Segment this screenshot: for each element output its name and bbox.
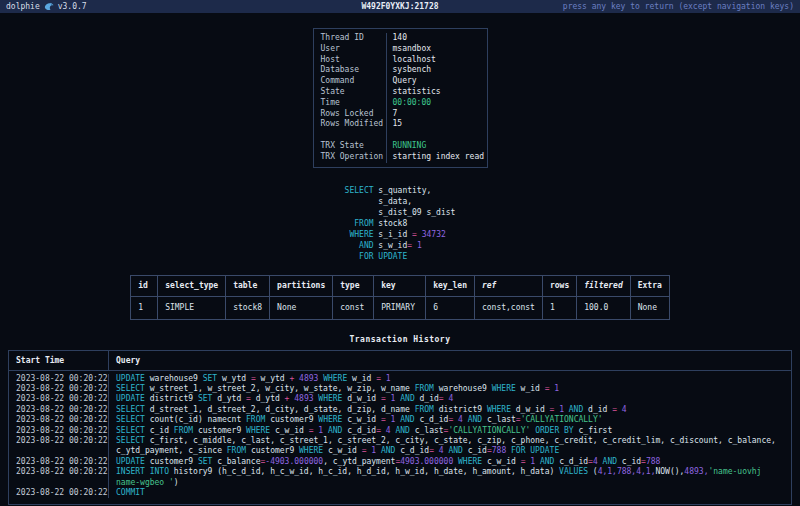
sql-token-num: -4903.000000 — [265, 457, 323, 466]
transaction-row: 2023-08-22 00:20:22UPDATE customer9 SET … — [9, 457, 791, 467]
transaction-query: UPDATE district9 SET d_ytd = d_ytd + 489… — [109, 394, 791, 404]
sql-token-kw: AND — [540, 457, 559, 466]
sql-token-str: 'CALLYATIONCALLY' — [448, 426, 535, 435]
thread-field-value: Query — [386, 76, 487, 87]
sql-token-kw: AND — [395, 426, 414, 435]
query-line: FROM stock8 — [345, 218, 456, 229]
sql-token-num: 1 — [559, 405, 569, 414]
sql-token-id: d_ytd — [217, 394, 246, 403]
thread-detail-panel: Thread ID140UsermsandboxHostlocalhostDat… — [313, 28, 488, 168]
sql-token-id: d_w_id — [347, 394, 381, 403]
sql-token-num: 1 — [530, 457, 540, 466]
transaction-row: 2023-08-22 00:20:22COMMIT — [9, 488, 791, 498]
sql-token-kw: WHERE — [323, 374, 352, 383]
transaction-query: UPDATE warehouse9 SET w_ytd = w_ytd + 48… — [109, 374, 791, 384]
explain-col-select_type: select_type — [158, 275, 226, 296]
thread-field-value: sysbench — [386, 65, 487, 76]
sql-token-id: customer9 — [270, 415, 318, 424]
sql-token-kw: UPDATE — [116, 374, 150, 383]
sql-token-op: = — [376, 426, 386, 435]
sql-token-num: 4 — [458, 415, 468, 424]
transaction-history-body: 2023-08-22 00:20:22UPDATE warehouse9 SET… — [9, 371, 791, 505]
thread-field-label: Rows Locked — [314, 109, 386, 120]
transaction-start-time: 2023-08-22 00:20:22 — [9, 415, 109, 425]
explain-cell: 6 — [426, 296, 475, 319]
transaction-query: SELECT d_street_1, d_street_2, d_city, d… — [109, 405, 791, 415]
explain-cell: stock8 — [226, 296, 270, 319]
sql-token-id: s_i_id — [374, 230, 413, 239]
sql-token-num: 4903.000000 — [400, 457, 458, 466]
explain-col-filtered: filtered — [577, 275, 631, 296]
sql-token-id: d_id — [588, 405, 612, 414]
column-header-query: Query — [109, 351, 791, 370]
sql-token-kw: SELECT — [116, 415, 150, 424]
sql-token-op: = — [612, 405, 622, 414]
sql-token-num: 4 — [439, 446, 449, 455]
sql-token-kw: SELECT — [116, 405, 150, 414]
transaction-row: 2023-08-22 00:20:22SELECT d_street_1, d_… — [9, 405, 791, 415]
sql-token-kw: AND — [400, 394, 419, 403]
explain-header-row: idselect_typetablepartitionstypekeykey_l… — [131, 275, 670, 296]
transaction-query: UPDATE customer9 SET c_balance=-4903.000… — [109, 457, 791, 467]
app-version: v3.0.7 — [58, 2, 87, 11]
sql-token-kw: FROM — [415, 405, 439, 414]
sql-token-num: 4893 — [299, 374, 323, 383]
explain-col-rows: rows — [542, 275, 576, 296]
sql-token-id: warehouse9 — [150, 374, 203, 383]
sql-token-kw: SET — [198, 457, 217, 466]
transaction-start-time: 2023-08-22 00:20:22 — [9, 384, 109, 394]
main-content: Thread ID140UsermsandboxHostlocalhostDat… — [0, 13, 800, 505]
transaction-start-time: 2023-08-22 00:20:22 — [9, 374, 109, 384]
sql-token-id: c_d_id — [400, 446, 429, 455]
sql-token-kw: WHERE — [349, 230, 373, 239]
thread-field-label: Thread ID — [314, 33, 386, 44]
sql-token-id: c_d_id — [419, 415, 448, 424]
query-line: s_dist_09 s_dist — [345, 207, 456, 218]
query-line: WHERE s_i_id = 34732 — [345, 229, 456, 240]
explain-col-key: key — [374, 275, 426, 296]
transaction-query: SELECT c_id FROM customer9 WHERE c_w_id … — [109, 426, 791, 436]
sql-token-op: = — [362, 446, 372, 455]
transaction-row: 2023-08-22 00:20:22SELECT c_first, c_mid… — [9, 436, 791, 457]
sql-token-id: w_ytd — [261, 374, 290, 383]
transaction-row: 2023-08-22 00:20:22UPDATE warehouse9 SET… — [9, 374, 791, 384]
current-query-block: SELECT s_quantity, s_data, s_dist_09 s_d… — [345, 185, 456, 262]
sql-token-kw: AND — [569, 405, 588, 414]
transaction-start-time: 2023-08-22 00:20:22 — [9, 467, 109, 488]
sql-token-kw: UPDATE — [116, 457, 150, 466]
explain-cell: SIMPLE — [158, 296, 226, 319]
transaction-start-time: 2023-08-22 00:20:22 — [9, 488, 109, 498]
sql-token-kw: AND — [328, 426, 347, 435]
sql-token-kw: FROM — [174, 426, 198, 435]
sql-token-kw: WHERE — [246, 426, 275, 435]
sql-token-kw: WHERE — [492, 384, 521, 393]
thread-field-value: statistics — [386, 87, 487, 98]
transaction-start-time: 2023-08-22 00:20:22 — [9, 436, 109, 457]
sql-token-kw: AND — [400, 415, 419, 424]
thread-field-value: 15 — [386, 119, 487, 130]
query-line: AND s_w_id= 1 — [345, 240, 456, 251]
query-line: FOR UPDATE — [345, 251, 456, 262]
sql-token-id — [345, 241, 359, 250]
sql-token-id: , c_ytd_payment — [323, 457, 395, 466]
thread-field-label: Time — [314, 98, 386, 109]
sql-token-id: c_balance — [217, 457, 260, 466]
sql-token-id: customer9 — [198, 426, 246, 435]
sql-token-num: 1 — [386, 374, 391, 383]
thread-field-value — [386, 130, 487, 141]
sql-token-id: c_d_id — [347, 426, 376, 435]
sql-token-num: 788 — [646, 457, 660, 466]
sql-token-id: c_id — [468, 446, 487, 455]
thread-field-value: 00:00:00 — [386, 98, 487, 109]
sql-token-kw: UPDATE — [116, 394, 150, 403]
sql-token-num: 1 — [318, 426, 328, 435]
transaction-row: 2023-08-22 00:20:22SELECT count(c_id) na… — [9, 415, 791, 425]
sql-token-num: 4 — [593, 457, 603, 466]
sql-token-kw: INSERT INTO — [116, 467, 174, 476]
explain-col-table: table — [226, 275, 270, 296]
sql-token-kw: SET — [198, 394, 217, 403]
sql-token-id: w_id — [352, 374, 376, 383]
app-name: dolphie — [6, 2, 40, 11]
thread-field-label: Command — [314, 76, 386, 87]
sql-token-kw: ORDER BY — [535, 426, 578, 435]
